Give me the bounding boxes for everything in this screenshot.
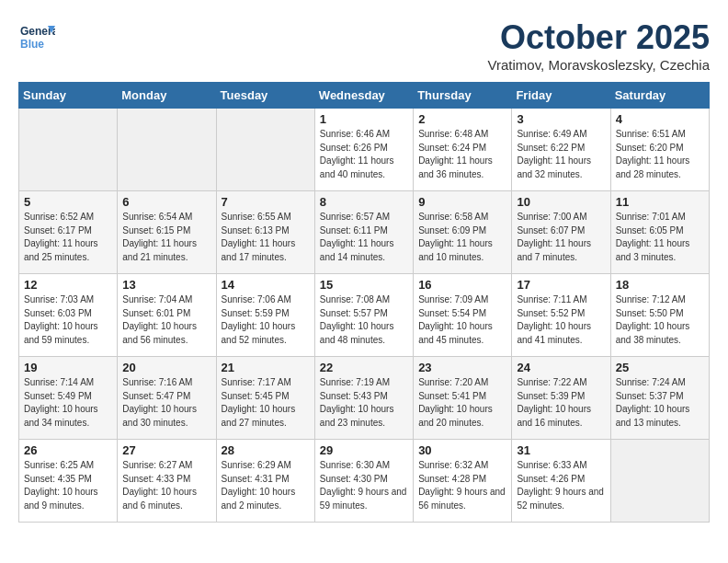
calendar-cell: 22Sunrise: 7:19 AM Sunset: 5:43 PM Dayli… (314, 357, 413, 440)
calendar-table: SundayMondayTuesdayWednesdayThursdayFrid… (18, 82, 710, 523)
calendar-cell: 15Sunrise: 7:08 AM Sunset: 5:57 PM Dayli… (314, 274, 413, 357)
day-number: 11 (616, 195, 704, 209)
calendar-cell: 3Sunrise: 6:49 AM Sunset: 6:22 PM Daylig… (512, 109, 610, 191)
calendar-cell: 8Sunrise: 6:57 AM Sunset: 6:11 PM Daylig… (314, 191, 413, 274)
day-number: 6 (122, 195, 210, 209)
day-info: Sunrise: 6:33 AM Sunset: 4:26 PM Dayligh… (517, 459, 605, 512)
day-info: Sunrise: 7:08 AM Sunset: 5:57 PM Dayligh… (320, 293, 408, 347)
day-info: Sunrise: 6:32 AM Sunset: 4:28 PM Dayligh… (418, 459, 506, 512)
day-info: Sunrise: 7:09 AM Sunset: 5:54 PM Dayligh… (418, 293, 506, 347)
day-number: 26 (24, 443, 112, 457)
weekday-header-row: SundayMondayTuesdayWednesdayThursdayFrid… (19, 83, 710, 109)
day-number: 17 (517, 278, 605, 292)
day-info: Sunrise: 7:04 AM Sunset: 6:01 PM Dayligh… (122, 293, 210, 347)
title-block: October 2025 Vratimov, Moravskoslezsky, … (488, 18, 710, 73)
day-number: 16 (418, 278, 506, 292)
day-number: 5 (24, 195, 112, 209)
day-number: 2 (418, 112, 506, 126)
day-number: 10 (517, 195, 605, 209)
day-number: 20 (122, 361, 210, 374)
day-info: Sunrise: 6:46 AM Sunset: 6:26 PM Dayligh… (320, 128, 408, 181)
calendar-cell: 2Sunrise: 6:48 AM Sunset: 6:24 PM Daylig… (414, 109, 512, 191)
day-info: Sunrise: 6:27 AM Sunset: 4:33 PM Dayligh… (122, 459, 210, 512)
calendar-cell: 16Sunrise: 7:09 AM Sunset: 5:54 PM Dayli… (414, 274, 512, 357)
calendar-cell: 25Sunrise: 7:24 AM Sunset: 5:37 PM Dayli… (610, 357, 709, 440)
weekday-header: Thursday (414, 83, 512, 109)
logo: General Blue (18, 18, 59, 55)
calendar-cell: 27Sunrise: 6:27 AM Sunset: 4:33 PM Dayli… (118, 440, 216, 523)
calendar-cell: 20Sunrise: 7:16 AM Sunset: 5:47 PM Dayli… (118, 357, 216, 440)
calendar-cell: 18Sunrise: 7:12 AM Sunset: 5:50 PM Dayli… (610, 274, 709, 357)
day-info: Sunrise: 7:11 AM Sunset: 5:52 PM Dayligh… (517, 293, 605, 347)
day-number: 12 (24, 278, 112, 292)
calendar-cell: 12Sunrise: 7:03 AM Sunset: 6:03 PM Dayli… (19, 274, 118, 357)
day-number: 23 (418, 361, 506, 374)
day-info: Sunrise: 7:20 AM Sunset: 5:41 PM Dayligh… (418, 376, 506, 430)
day-info: Sunrise: 7:01 AM Sunset: 6:05 PM Dayligh… (616, 211, 704, 264)
day-info: Sunrise: 6:48 AM Sunset: 6:24 PM Dayligh… (418, 128, 506, 181)
day-info: Sunrise: 7:17 AM Sunset: 5:45 PM Dayligh… (222, 376, 310, 430)
calendar-cell: 30Sunrise: 6:32 AM Sunset: 4:28 PM Dayli… (414, 440, 512, 523)
calendar-cell: 7Sunrise: 6:55 AM Sunset: 6:13 PM Daylig… (216, 191, 314, 274)
day-number: 29 (320, 443, 408, 457)
day-info: Sunrise: 6:55 AM Sunset: 6:13 PM Dayligh… (222, 211, 310, 264)
calendar-cell: 1Sunrise: 6:46 AM Sunset: 6:26 PM Daylig… (314, 109, 413, 191)
day-number: 30 (418, 443, 506, 457)
calendar-cell (19, 109, 118, 191)
day-info: Sunrise: 6:30 AM Sunset: 4:30 PM Dayligh… (320, 459, 408, 512)
day-info: Sunrise: 6:52 AM Sunset: 6:17 PM Dayligh… (24, 211, 112, 264)
day-number: 15 (320, 278, 408, 292)
calendar-cell: 17Sunrise: 7:11 AM Sunset: 5:52 PM Dayli… (512, 274, 610, 357)
day-info: Sunrise: 7:00 AM Sunset: 6:07 PM Dayligh… (517, 211, 605, 264)
day-number: 31 (517, 443, 605, 457)
calendar-cell: 23Sunrise: 7:20 AM Sunset: 5:41 PM Dayli… (414, 357, 512, 440)
page-header: General Blue October 2025 Vratimov, Mora… (18, 18, 710, 73)
day-info: Sunrise: 7:14 AM Sunset: 5:49 PM Dayligh… (24, 376, 112, 430)
day-number: 9 (418, 195, 506, 209)
calendar-cell: 13Sunrise: 7:04 AM Sunset: 6:01 PM Dayli… (118, 274, 216, 357)
day-number: 13 (122, 278, 210, 292)
day-info: Sunrise: 6:29 AM Sunset: 4:31 PM Dayligh… (222, 459, 310, 512)
day-number: 14 (222, 278, 310, 292)
weekday-header: Tuesday (216, 83, 314, 109)
calendar-cell: 9Sunrise: 6:58 AM Sunset: 6:09 PM Daylig… (414, 191, 512, 274)
weekday-header: Friday (512, 83, 610, 109)
day-number: 4 (616, 112, 704, 126)
day-number: 18 (616, 278, 704, 292)
calendar-cell: 4Sunrise: 6:51 AM Sunset: 6:20 PM Daylig… (610, 109, 709, 191)
day-number: 1 (320, 112, 408, 126)
calendar-cell (610, 440, 709, 523)
calendar-week-row: 26Sunrise: 6:25 AM Sunset: 4:35 PM Dayli… (19, 440, 710, 523)
calendar-cell: 24Sunrise: 7:22 AM Sunset: 5:39 PM Dayli… (512, 357, 610, 440)
calendar-cell: 26Sunrise: 6:25 AM Sunset: 4:35 PM Dayli… (19, 440, 118, 523)
day-number: 28 (222, 443, 310, 457)
month-title: October 2025 (488, 18, 710, 57)
day-info: Sunrise: 7:22 AM Sunset: 5:39 PM Dayligh… (517, 376, 605, 430)
calendar-week-row: 5Sunrise: 6:52 AM Sunset: 6:17 PM Daylig… (19, 191, 710, 274)
weekday-header: Monday (118, 83, 216, 109)
calendar-cell: 21Sunrise: 7:17 AM Sunset: 5:45 PM Dayli… (216, 357, 314, 440)
calendar-week-row: 12Sunrise: 7:03 AM Sunset: 6:03 PM Dayli… (19, 274, 710, 357)
day-info: Sunrise: 7:19 AM Sunset: 5:43 PM Dayligh… (320, 376, 408, 430)
weekday-header: Saturday (610, 83, 709, 109)
day-info: Sunrise: 7:12 AM Sunset: 5:50 PM Dayligh… (616, 293, 704, 347)
day-info: Sunrise: 7:24 AM Sunset: 5:37 PM Dayligh… (616, 376, 704, 430)
day-info: Sunrise: 6:51 AM Sunset: 6:20 PM Dayligh… (616, 128, 704, 181)
calendar-cell: 29Sunrise: 6:30 AM Sunset: 4:30 PM Dayli… (314, 440, 413, 523)
calendar-cell (216, 109, 314, 191)
day-info: Sunrise: 7:16 AM Sunset: 5:47 PM Dayligh… (122, 376, 210, 430)
calendar-cell: 31Sunrise: 6:33 AM Sunset: 4:26 PM Dayli… (512, 440, 610, 523)
calendar-cell (118, 109, 216, 191)
location-subtitle: Vratimov, Moravskoslezsky, Czechia (488, 57, 710, 73)
calendar-cell: 5Sunrise: 6:52 AM Sunset: 6:17 PM Daylig… (19, 191, 118, 274)
day-info: Sunrise: 6:25 AM Sunset: 4:35 PM Dayligh… (24, 459, 112, 512)
calendar-cell: 11Sunrise: 7:01 AM Sunset: 6:05 PM Dayli… (610, 191, 709, 274)
calendar-week-row: 1Sunrise: 6:46 AM Sunset: 6:26 PM Daylig… (19, 109, 710, 191)
calendar-cell: 10Sunrise: 7:00 AM Sunset: 6:07 PM Dayli… (512, 191, 610, 274)
day-number: 27 (122, 443, 210, 457)
calendar-cell: 14Sunrise: 7:06 AM Sunset: 5:59 PM Dayli… (216, 274, 314, 357)
day-number: 7 (222, 195, 310, 209)
svg-text:Blue: Blue (20, 38, 44, 51)
day-info: Sunrise: 7:06 AM Sunset: 5:59 PM Dayligh… (222, 293, 310, 347)
weekday-header: Wednesday (314, 83, 413, 109)
